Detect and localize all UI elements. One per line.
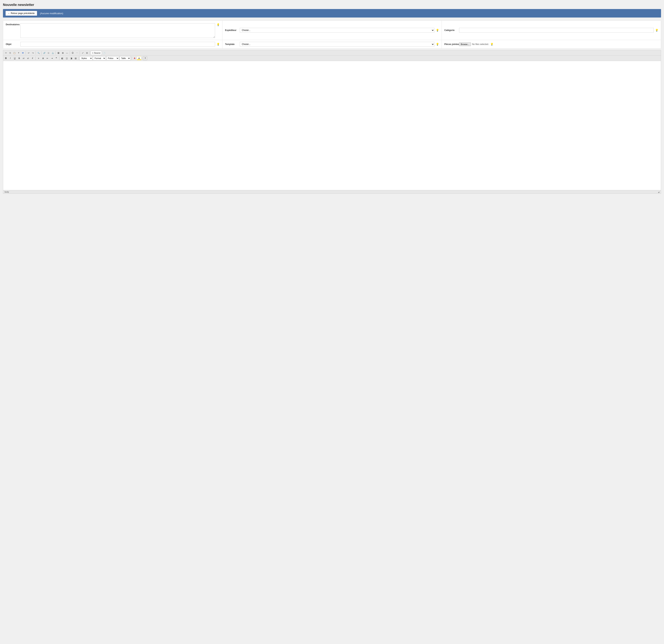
format-select[interactable]: Format	[93, 56, 106, 60]
categorie-cell: Catégorie 💡	[442, 21, 661, 40]
pieces-jointes-cell: Pièces jointes Browse... No files select…	[442, 40, 661, 48]
editor-wrapper: ✂ ⎘ 📋 T W ↩ ↪ 🔍 🔗 ⛓ ⚓	[3, 50, 661, 194]
browse-button[interactable]: Browse...	[459, 42, 471, 46]
destinataires-cell: Destinataires 💡	[3, 21, 223, 40]
expediteur-select[interactable]: Choisir...	[240, 28, 434, 33]
sep2	[36, 51, 36, 55]
pieces-jointes-hint-icon: 💡	[490, 43, 493, 46]
expediteur-label: Expéditeur	[225, 29, 240, 31]
editor-toolbar-row1: ✂ ⎘ 📋 T W ↩ ↪ 🔍 🔗 ⛓ ⚓	[3, 50, 661, 56]
indent-less-button[interactable]: ⇤	[45, 56, 49, 60]
expediteur-hint-icon: 💡	[436, 29, 439, 32]
statusbar-body: body	[5, 191, 9, 193]
strikethrough-button[interactable]: S	[17, 56, 21, 60]
copy-button[interactable]: ⎘	[8, 51, 12, 55]
destinataires-input[interactable]	[20, 23, 215, 38]
font-select[interactable]: Police	[106, 56, 119, 60]
no-file-text: No files selected.	[472, 43, 489, 45]
template-hint-icon: 💡	[436, 43, 439, 46]
form-section: Destinataires 💡 Expéditeur Choisir... 💡 …	[3, 20, 661, 49]
top-bar: ← Retour page précédente (Aucune modific…	[3, 9, 661, 18]
indent-more-button[interactable]: ⇥	[50, 56, 54, 60]
find-button[interactable]: 🔍	[37, 51, 41, 55]
clock-button[interactable]: 🕐	[102, 51, 106, 55]
modification-status: (Aucune modification)	[40, 12, 63, 15]
maximize-button[interactable]: ⤢	[81, 51, 85, 55]
form-row-2: Objet 💡 Template Choisir... 💡 Pièces joi…	[3, 40, 661, 48]
font-color-button[interactable]: A	[132, 56, 137, 60]
align-right-button[interactable]: ◨	[69, 56, 73, 60]
remove-format-button[interactable]: T	[30, 56, 35, 60]
subscript-button[interactable]: x2	[22, 56, 26, 60]
editor-body[interactable]	[3, 61, 661, 190]
expediteur-cell: Expéditeur Choisir... 💡	[223, 21, 442, 40]
page-title: Nouvelle newsletter	[3, 3, 661, 7]
objet-hint-icon: 💡	[216, 43, 220, 46]
redo-button[interactable]: ↪	[31, 51, 35, 55]
source-label: Source	[94, 52, 101, 54]
special-char-button[interactable]: Ω	[71, 51, 75, 55]
anchor-button[interactable]: ⚓	[51, 51, 55, 55]
editor-toolbar-row2: B I U S x2 x2 T ≡ ≣ ⇤ ⇥ ❝	[3, 56, 661, 61]
cut-button[interactable]: ✂	[4, 51, 8, 55]
underline-button[interactable]: U	[13, 56, 17, 60]
template-select[interactable]: Choisir...	[240, 42, 434, 47]
sep12	[142, 57, 142, 60]
page-break-button[interactable]: ⋯	[75, 51, 79, 55]
paste-word-button[interactable]: W	[21, 51, 25, 55]
link-button[interactable]: 🔗	[42, 51, 46, 55]
align-center-button[interactable]: ◫	[65, 56, 69, 60]
sep6	[80, 51, 80, 55]
paste-button[interactable]: 📋	[12, 51, 16, 55]
template-cell: Template Choisir... 💡	[223, 40, 442, 48]
editor-statusbar: body ◢	[3, 190, 661, 194]
form-row-1: Destinataires 💡 Expéditeur Choisir... 💡 …	[3, 21, 661, 40]
justify-button[interactable]: ▤	[74, 56, 78, 60]
unordered-list-button[interactable]: ≣	[41, 56, 45, 60]
categorie-hint-icon: 💡	[655, 29, 658, 32]
resize-handle[interactable]: ◢	[658, 191, 659, 193]
destinataires-label: Destinataires	[6, 23, 20, 26]
superscript-button[interactable]: x2	[26, 56, 30, 60]
hline-button[interactable]: —	[65, 51, 69, 55]
size-select[interactable]: Taille	[120, 56, 130, 60]
blockquote-button[interactable]: ❝	[54, 56, 58, 60]
objet-cell: Objet 💡	[3, 40, 223, 48]
back-button[interactable]: ← Retour page précédente	[5, 11, 37, 16]
template-label: Template	[225, 43, 240, 45]
styles-select[interactable]: Styles	[80, 56, 92, 60]
help-button[interactable]: ?	[143, 56, 147, 60]
objet-input[interactable]	[20, 42, 215, 47]
bold-button[interactable]: B	[4, 56, 8, 60]
pieces-jointes-label: Pièces jointes	[444, 43, 459, 45]
categorie-label: Catégorie	[444, 29, 459, 31]
destinataires-hint-icon: 💡	[216, 23, 220, 26]
source-button[interactable]: ⊙ Source	[90, 51, 102, 55]
table-button[interactable]: ⊞	[61, 51, 65, 55]
bg-color-button[interactable]: A	[137, 56, 141, 60]
align-left-button[interactable]: ◧	[60, 56, 64, 60]
show-blocks-button[interactable]: ⊟	[85, 51, 89, 55]
image-button[interactable]: 🖼	[57, 51, 61, 55]
unlink-button[interactable]: ⛓	[46, 51, 50, 55]
source-icon: ⊙	[92, 52, 94, 54]
page-wrapper: Nouvelle newsletter ← Retour page précéd…	[0, 0, 664, 644]
ordered-list-button[interactable]: ≡	[37, 56, 41, 60]
file-input-area: Browse... No files selected.	[459, 42, 489, 46]
categorie-input[interactable]	[459, 28, 654, 33]
italic-button[interactable]: I	[8, 56, 12, 60]
undo-button[interactable]: ↩	[26, 51, 30, 55]
sep11	[131, 57, 132, 60]
objet-label: Objet	[6, 43, 20, 45]
paste-text-button[interactable]: T	[17, 51, 21, 55]
